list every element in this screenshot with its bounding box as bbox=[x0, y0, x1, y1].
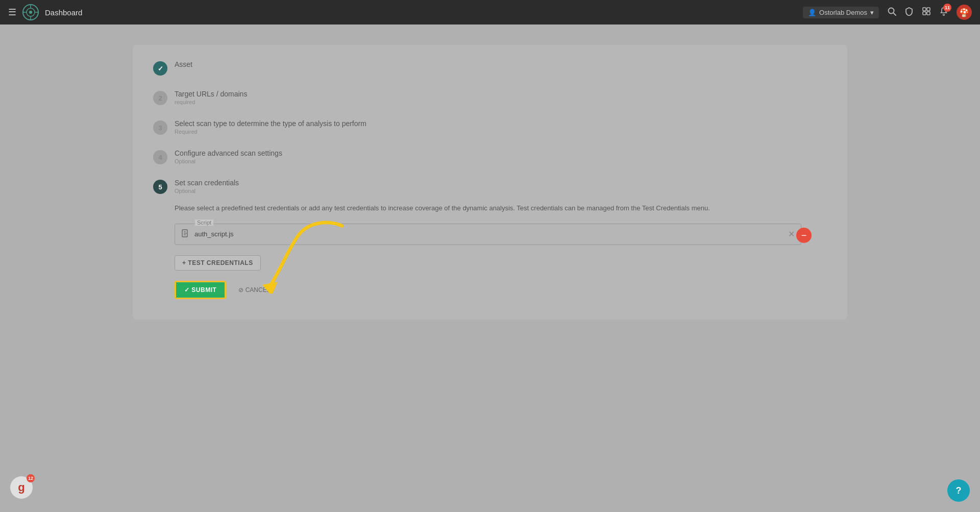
main-content: ✓ Asset 2 Target URLs / domains required… bbox=[0, 25, 980, 512]
step5-description: Please select a predefined test credenti… bbox=[175, 203, 827, 213]
step-4-circle: 4 bbox=[153, 150, 167, 164]
script-field-wrapper: Script auth_script.js ✕ − bbox=[175, 224, 801, 245]
step-4-title: Configure advanced scan settings bbox=[175, 149, 282, 157]
svg-rect-12 bbox=[927, 12, 930, 15]
remove-script-button[interactable]: − bbox=[796, 228, 812, 243]
user-menu[interactable]: 👤 Ostorlab Demos ▾ bbox=[803, 7, 879, 18]
cancel-button[interactable]: ⊘ CANCEL bbox=[232, 282, 276, 298]
grid-button[interactable] bbox=[922, 7, 931, 18]
g-badge-letter: g bbox=[18, 481, 24, 494]
test-credentials-button[interactable]: + TEST CREDENTIALS bbox=[175, 255, 261, 271]
svg-point-7 bbox=[889, 8, 894, 14]
step-5: 5 Set scan credentials Optional bbox=[153, 179, 827, 194]
step-5-title: Set scan credentials bbox=[175, 179, 239, 187]
svg-point-13 bbox=[943, 14, 945, 16]
app-title: Dashboard bbox=[45, 8, 82, 17]
step-2-content: Target URLs / domains required bbox=[175, 90, 247, 105]
app-logo bbox=[22, 4, 39, 20]
help-button[interactable]: ? bbox=[947, 479, 970, 502]
submit-button[interactable]: ✓ SUBMIT bbox=[175, 281, 226, 299]
shield-button[interactable] bbox=[904, 7, 914, 18]
step-3: 3 Select scan type to determine the type… bbox=[153, 119, 827, 135]
user-dropdown-icon: ▾ bbox=[870, 9, 874, 16]
step-3-title: Select scan type to determine the type o… bbox=[175, 119, 366, 128]
svg-rect-11 bbox=[923, 12, 926, 15]
svg-point-2 bbox=[29, 11, 32, 14]
step-1-content: Asset bbox=[175, 60, 192, 68]
step-4-content: Configure advanced scan settings Optiona… bbox=[175, 149, 282, 164]
svg-rect-9 bbox=[923, 8, 926, 11]
step5-body: Please select a predefined test credenti… bbox=[175, 203, 827, 299]
g-badge-count: 12 bbox=[27, 474, 35, 482]
script-field-row: auth_script.js ✕ bbox=[175, 224, 801, 245]
step-2-title: Target URLs / domains bbox=[175, 90, 247, 98]
step-4: 4 Configure advanced scan settings Optio… bbox=[153, 149, 827, 164]
script-field-value: auth_script.js bbox=[194, 230, 783, 238]
g-badge-circle: g 12 bbox=[10, 476, 33, 499]
user-icon: 👤 bbox=[808, 9, 816, 16]
step-2: 2 Target URLs / domains required bbox=[153, 90, 827, 105]
step-5-content: Set scan credentials Optional bbox=[175, 179, 239, 194]
navbar: ☰ Dashboard 👤 Ostorlab Demos ▾ bbox=[0, 0, 980, 25]
g-badge[interactable]: g 12 bbox=[10, 476, 36, 502]
notifications-button[interactable]: 11 bbox=[939, 7, 948, 18]
script-clear-button[interactable]: ✕ bbox=[788, 229, 795, 239]
action-row: ✓ SUBMIT ⊘ CANCEL bbox=[175, 281, 827, 299]
step-4-subtitle: Optional bbox=[175, 158, 282, 164]
step-5-circle: 5 bbox=[153, 180, 167, 194]
steps-container: ✓ Asset 2 Target URLs / domains required… bbox=[133, 45, 847, 320]
svg-rect-10 bbox=[927, 8, 930, 11]
svg-line-8 bbox=[894, 13, 896, 16]
step-2-circle: 2 bbox=[153, 91, 167, 105]
step-3-subtitle: Required bbox=[175, 129, 366, 135]
step-3-content: Select scan type to determine the type o… bbox=[175, 119, 366, 135]
hamburger-icon[interactable]: ☰ bbox=[8, 7, 16, 18]
step-5-subtitle: Optional bbox=[175, 188, 239, 194]
step-1: ✓ Asset bbox=[153, 60, 827, 76]
step-1-title: Asset bbox=[175, 60, 192, 68]
step-3-circle: 3 bbox=[153, 120, 167, 135]
navbar-right: 👤 Ostorlab Demos ▾ bbox=[803, 5, 972, 20]
step-1-circle: ✓ bbox=[153, 61, 167, 76]
avatar[interactable]: 🍄 bbox=[957, 5, 972, 20]
user-name: Ostorlab Demos bbox=[819, 9, 867, 16]
search-button[interactable] bbox=[887, 7, 896, 18]
notification-count: 11 bbox=[943, 4, 951, 12]
script-file-icon bbox=[181, 229, 189, 239]
step-2-subtitle: required bbox=[175, 99, 247, 105]
script-label: Script bbox=[195, 220, 213, 226]
